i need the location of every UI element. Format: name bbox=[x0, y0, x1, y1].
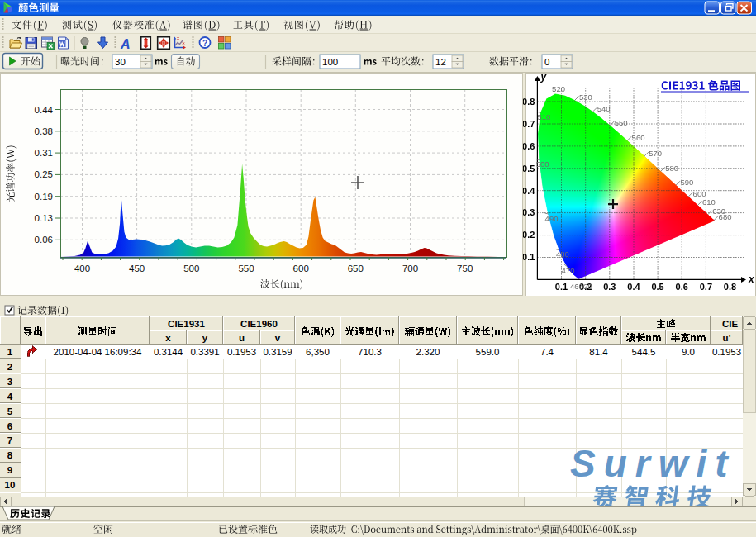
svg-text:480: 480 bbox=[556, 249, 569, 259]
svg-text:0.3: 0.3 bbox=[523, 207, 535, 217]
svg-text:9.0: 9.0 bbox=[682, 347, 695, 357]
svg-text:CIE1931: CIE1931 bbox=[168, 319, 205, 329]
svg-text:450: 450 bbox=[129, 264, 145, 273]
svg-text:CIE1960: CIE1960 bbox=[240, 319, 278, 329]
svg-text:0.25: 0.25 bbox=[35, 169, 53, 179]
svg-text:2.320: 2.320 bbox=[416, 347, 440, 357]
svg-text:6,350: 6,350 bbox=[306, 347, 330, 357]
svg-text:570: 570 bbox=[649, 149, 662, 158]
svg-text:10: 10 bbox=[5, 480, 16, 490]
svg-text:6: 6 bbox=[7, 421, 12, 431]
svg-text:650: 650 bbox=[348, 264, 364, 273]
svg-text:8: 8 bbox=[7, 450, 13, 460]
svg-text:0.4: 0.4 bbox=[627, 282, 640, 292]
svg-text:520: 520 bbox=[552, 84, 565, 93]
svg-text:A: A bbox=[120, 37, 131, 51]
svg-text:30: 30 bbox=[115, 57, 126, 67]
svg-text:500: 500 bbox=[183, 264, 199, 273]
svg-text:0.6: 0.6 bbox=[676, 282, 688, 292]
svg-text:0.1953: 0.1953 bbox=[712, 347, 741, 357]
svg-text:0.31: 0.31 bbox=[35, 148, 53, 158]
svg-text:CIE: CIE bbox=[722, 319, 739, 329]
svg-text:0.1: 0.1 bbox=[523, 252, 535, 262]
svg-text:680: 680 bbox=[719, 212, 732, 221]
svg-text:7.4: 7.4 bbox=[540, 347, 554, 357]
svg-text:u: u bbox=[239, 333, 245, 343]
svg-text:v: v bbox=[275, 333, 281, 343]
svg-text:600: 600 bbox=[693, 189, 706, 198]
svg-text:x: x bbox=[165, 333, 171, 343]
svg-text:0.1: 0.1 bbox=[555, 282, 568, 292]
svg-text:470: 470 bbox=[562, 266, 575, 275]
svg-text:3: 3 bbox=[7, 377, 12, 387]
svg-text:490: 490 bbox=[545, 214, 559, 223]
svg-text:0.06: 0.06 bbox=[35, 235, 53, 245]
svg-text:0.44: 0.44 bbox=[35, 105, 54, 115]
svg-text:600: 600 bbox=[293, 264, 309, 273]
svg-text:544.5: 544.5 bbox=[632, 347, 656, 357]
svg-text:710.3: 710.3 bbox=[358, 347, 382, 357]
svg-text:2: 2 bbox=[7, 362, 12, 372]
svg-text:0.7: 0.7 bbox=[523, 119, 535, 129]
svg-text:u': u' bbox=[723, 333, 731, 343]
svg-text:9: 9 bbox=[7, 465, 12, 475]
svg-text:?: ? bbox=[202, 39, 207, 48]
svg-text:0.2: 0.2 bbox=[523, 230, 535, 240]
svg-text:7: 7 bbox=[7, 435, 12, 445]
svg-text:Surwit: Surwit bbox=[570, 442, 736, 485]
svg-text:0.4: 0.4 bbox=[523, 186, 535, 196]
svg-text:100: 100 bbox=[322, 57, 338, 67]
svg-text:400: 400 bbox=[74, 264, 90, 273]
svg-text:610: 610 bbox=[702, 197, 716, 207]
svg-text:540: 540 bbox=[597, 104, 611, 113]
svg-text:12: 12 bbox=[435, 57, 446, 67]
svg-text:0.3391: 0.3391 bbox=[190, 347, 219, 357]
svg-text:550: 550 bbox=[615, 118, 628, 127]
svg-text:750: 750 bbox=[457, 264, 473, 273]
svg-text:0.3: 0.3 bbox=[603, 282, 616, 292]
svg-text:0: 0 bbox=[544, 57, 549, 67]
svg-text:2010-04-04 16:09:34: 2010-04-04 16:09:34 bbox=[54, 347, 142, 357]
svg-text:560: 560 bbox=[632, 133, 645, 142]
svg-text:559.0: 559.0 bbox=[476, 347, 500, 357]
svg-text:0.3144: 0.3144 bbox=[154, 347, 183, 357]
svg-text:510: 510 bbox=[538, 112, 551, 121]
svg-text:530: 530 bbox=[579, 93, 592, 102]
svg-text:420: 420 bbox=[579, 282, 592, 291]
svg-text:0.5: 0.5 bbox=[523, 164, 535, 173]
svg-text:500: 500 bbox=[536, 159, 549, 169]
svg-text:y: y bbox=[540, 73, 547, 83]
svg-text:0.8: 0.8 bbox=[523, 97, 535, 107]
svg-text:1: 1 bbox=[7, 347, 13, 357]
svg-text:550: 550 bbox=[238, 264, 254, 273]
svg-text:700: 700 bbox=[402, 264, 418, 273]
svg-text:590: 590 bbox=[681, 178, 694, 187]
svg-text:0.8: 0.8 bbox=[724, 282, 736, 292]
svg-text:y: y bbox=[202, 333, 208, 343]
svg-text:0.3159: 0.3159 bbox=[263, 347, 292, 357]
svg-text:0.7: 0.7 bbox=[700, 282, 712, 292]
svg-text:x: x bbox=[748, 273, 755, 285]
svg-text:0.13: 0.13 bbox=[35, 213, 53, 223]
svg-text:580: 580 bbox=[665, 164, 678, 173]
svg-text:0.6: 0.6 bbox=[523, 141, 535, 151]
svg-text:0.5: 0.5 bbox=[651, 282, 663, 292]
svg-text:4: 4 bbox=[7, 392, 13, 402]
svg-text:0.1953: 0.1953 bbox=[227, 347, 256, 357]
svg-text:0.19: 0.19 bbox=[35, 192, 53, 202]
svg-text:81.4: 81.4 bbox=[589, 347, 608, 357]
svg-text:5: 5 bbox=[7, 406, 13, 416]
svg-text:0.38: 0.38 bbox=[35, 126, 53, 136]
